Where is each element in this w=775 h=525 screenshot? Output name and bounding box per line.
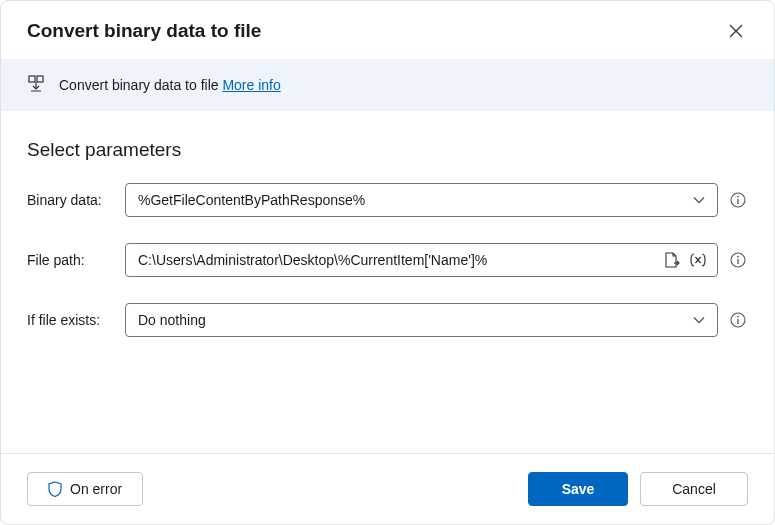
variable-picker-button[interactable] <box>687 249 709 271</box>
info-icon[interactable] <box>728 310 748 330</box>
info-icon[interactable] <box>728 190 748 210</box>
file-arrow-icon <box>663 251 681 269</box>
variable-icon <box>689 252 707 268</box>
file-path-input-wrapper <box>125 243 718 277</box>
info-banner: Convert binary data to file More info <box>1 59 774 111</box>
svg-point-3 <box>737 196 739 198</box>
if-file-exists-dropdown[interactable]: Do nothing <box>125 303 718 337</box>
binary-data-value: %GetFileContentByPathResponse% <box>138 192 689 208</box>
more-info-link[interactable]: More info <box>222 77 280 93</box>
file-path-label: File path: <box>27 252 115 268</box>
cancel-button[interactable]: Cancel <box>640 472 748 506</box>
svg-point-5 <box>737 256 739 258</box>
svg-rect-0 <box>29 76 35 82</box>
convert-file-icon <box>27 75 45 95</box>
shield-icon <box>48 481 62 497</box>
svg-rect-1 <box>37 76 43 82</box>
close-icon <box>729 24 743 38</box>
chevron-down-icon <box>689 310 709 330</box>
close-button[interactable] <box>724 19 748 43</box>
on-error-label: On error <box>70 481 122 497</box>
file-path-input[interactable] <box>138 252 657 268</box>
binary-data-label: Binary data: <box>27 192 115 208</box>
section-title: Select parameters <box>27 139 748 161</box>
chevron-down-icon <box>689 190 709 210</box>
svg-point-7 <box>737 316 739 318</box>
select-file-button[interactable] <box>661 249 683 271</box>
if-file-exists-label: If file exists: <box>27 312 115 328</box>
save-button[interactable]: Save <box>528 472 628 506</box>
banner-text: Convert binary data to file More info <box>59 77 281 93</box>
banner-text-content: Convert binary data to file <box>59 77 222 93</box>
if-file-exists-value: Do nothing <box>138 312 689 328</box>
dialog-title: Convert binary data to file <box>27 20 261 42</box>
info-icon[interactable] <box>728 250 748 270</box>
on-error-button[interactable]: On error <box>27 472 143 506</box>
binary-data-dropdown[interactable]: %GetFileContentByPathResponse% <box>125 183 718 217</box>
